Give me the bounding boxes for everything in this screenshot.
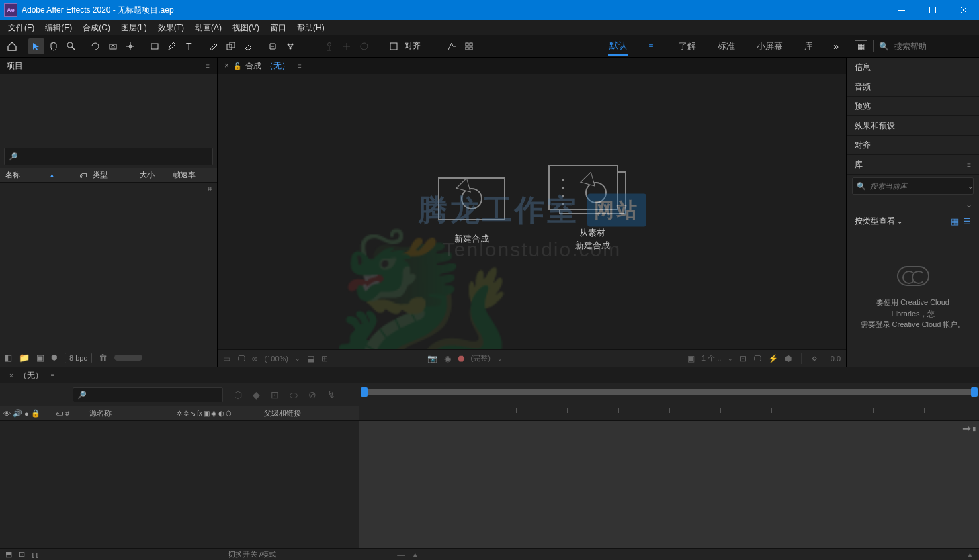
tl-av-toggles[interactable]: 👁🔊●🔒 (0, 409, 52, 418)
search-help-input[interactable] (894, 42, 968, 51)
view-icon-3[interactable]: ⚡ (768, 354, 778, 363)
panel-align[interactable]: 对齐 (847, 136, 979, 155)
maximize-button[interactable] (917, 0, 948, 20)
timeline-tab[interactable]: × （无） ≡ (0, 367, 979, 383)
camera-icon[interactable]: 📷 (427, 354, 437, 363)
menu-window[interactable]: 窗口 (265, 21, 292, 35)
eraser-tool[interactable] (241, 38, 257, 54)
library-search[interactable]: 🔍 ⌄ (852, 177, 974, 195)
new-folder-icon[interactable]: 📁 (19, 353, 30, 363)
workspace-library[interactable]: 库 (803, 38, 814, 55)
view-count[interactable]: 1 个... (701, 353, 721, 363)
workspace-learn[interactable]: 了解 (677, 38, 697, 55)
exposure-reset-icon[interactable]: ⭘ (811, 354, 819, 363)
marker-icon[interactable]: ⮕▮ (962, 424, 976, 434)
timeline-ruler[interactable] (359, 383, 979, 421)
res-icon-2[interactable]: ⊞ (321, 354, 328, 363)
col-size[interactable]: 大小 (134, 170, 168, 180)
panel-grid-icon[interactable]: ▦ (855, 40, 867, 52)
menu-edit[interactable]: 编辑(E) (40, 21, 77, 35)
tl-source-col[interactable]: 源名称 (86, 408, 173, 418)
selection-tool[interactable] (28, 38, 44, 54)
roto-tool[interactable] (265, 38, 281, 54)
chevron-down-icon[interactable]: ⌄ (966, 200, 972, 209)
zoom-out-icon[interactable]: — (397, 551, 405, 559)
comp-panel-menu-icon[interactable]: ≡ (298, 62, 302, 70)
timeline-search[interactable]: 🔎 (73, 387, 223, 402)
library-menu-icon[interactable]: ≡ (967, 161, 971, 169)
grid-view-icon[interactable]: ▦ (951, 216, 959, 226)
res-icon-1[interactable]: ⬓ (307, 354, 314, 363)
orbit-tool[interactable] (87, 38, 103, 54)
workspace-default[interactable]: 默认 (608, 37, 628, 56)
workspace-overflow-icon[interactable]: » (833, 41, 839, 52)
comp-tab-close-icon[interactable]: × (224, 61, 229, 71)
library-search-input[interactable] (870, 182, 964, 190)
tl-ctrl-3[interactable]: ⊡ (271, 389, 279, 400)
new-comp-from-footage-button[interactable]: 从素材新建合成 (559, 171, 626, 252)
rectangle-tool[interactable] (146, 38, 163, 54)
tl-ctrl-2[interactable]: ◆ (253, 389, 260, 400)
clone-tool[interactable] (223, 38, 239, 54)
transparency-icon[interactable]: ◉ (444, 354, 451, 363)
close-button[interactable] (948, 0, 979, 20)
workspace-small[interactable]: 小屏幕 (755, 38, 784, 55)
anchor-tool[interactable] (122, 38, 138, 54)
view-icon-4[interactable]: ⬢ (785, 354, 792, 363)
thumbnail-size-slider[interactable] (114, 355, 142, 361)
snap-toggle[interactable] (386, 38, 402, 54)
rotation-tool[interactable] (105, 38, 121, 54)
status-icon-3[interactable]: ⫿⫿ (32, 551, 40, 559)
col-type[interactable]: 类型 (87, 170, 134, 180)
menu-effect[interactable]: 效果(T) (153, 21, 189, 35)
tl-switches-col[interactable]: ✲✲↘fx▣◉◐⬡ (173, 410, 261, 417)
menu-view[interactable]: 视图(V) (227, 21, 265, 35)
view-axis-tool[interactable] (356, 38, 372, 54)
color-depth[interactable]: 8 bpc (65, 353, 92, 363)
zoom-level[interactable]: (100%) (265, 355, 288, 363)
project-panel-menu-icon[interactable]: ≡ (206, 62, 210, 70)
workspace-standard[interactable]: 标准 (716, 38, 736, 55)
timeline-layers[interactable] (0, 421, 359, 548)
text-tool[interactable]: T (181, 38, 198, 54)
home-tool[interactable] (4, 38, 20, 54)
zoom-in-icon[interactable]: ▲ (966, 551, 974, 559)
settings-icon[interactable]: ⬢ (51, 353, 58, 362)
tl-parent-col[interactable]: 父级和链接 (261, 408, 304, 418)
project-items-list[interactable] (0, 197, 217, 348)
list-view-icon[interactable]: ☰ (963, 216, 971, 226)
project-panel-tab[interactable]: 项目 ≡ (0, 58, 217, 74)
panel-preview[interactable]: 预览 (847, 97, 979, 116)
status-icon-1[interactable]: ⬒ (5, 550, 12, 559)
tl-ctrl-4[interactable]: ⬭ (290, 389, 298, 401)
tl-ctrl-5[interactable]: ⊘ (308, 389, 316, 400)
timeline-tab-close-icon[interactable]: × (9, 372, 13, 379)
toggle-1[interactable] (443, 38, 460, 54)
zoom-tool[interactable] (63, 38, 79, 54)
composition-stage[interactable]: 🐉 新建合成 从素材新建合成 腾龙工作室 网站 (218, 74, 846, 349)
col-fps[interactable]: 帧速率 (168, 170, 201, 180)
panel-effects-presets[interactable]: 效果和预设 (847, 116, 979, 136)
timeline-tracks[interactable]: ⮕▮ (359, 421, 979, 548)
comp-lock-icon[interactable]: 🔓 (233, 62, 241, 70)
view-by-type-dropdown[interactable]: 按类型查看 ⌄ (855, 216, 902, 227)
tl-label-col[interactable]: 🏷 # (52, 410, 86, 418)
workspace-default-menu-icon[interactable]: ≡ (647, 42, 658, 51)
hand-tool[interactable] (46, 38, 62, 54)
interpret-footage-icon[interactable]: ◧ (4, 353, 12, 363)
world-axis-tool[interactable] (339, 38, 355, 54)
brush-tool[interactable] (206, 38, 222, 54)
resolution-dropdown[interactable]: (完整) (471, 353, 491, 363)
new-composition-button[interactable]: 新建合成 (438, 177, 505, 246)
exposure-value[interactable]: +0.0 (826, 355, 841, 363)
menu-layer[interactable]: 图层(L) (116, 21, 153, 35)
region-icon[interactable]: ▣ (687, 354, 695, 363)
new-comp-icon[interactable]: ▣ (36, 353, 44, 363)
minimize-button[interactable] (886, 0, 917, 20)
puppet-tool[interactable] (282, 38, 298, 54)
status-icon-2[interactable]: ⊡ (19, 550, 25, 559)
local-axis-tool[interactable] (321, 38, 337, 54)
menu-animation[interactable]: 动画(A) (189, 21, 227, 35)
view-icon-2[interactable]: 🖵 (753, 354, 761, 363)
menu-file[interactable]: 文件(F) (3, 21, 40, 35)
